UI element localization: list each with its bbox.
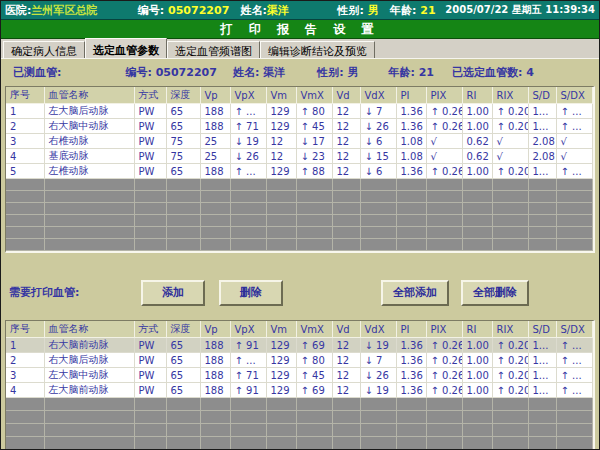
empty-cell bbox=[396, 215, 426, 227]
empty-cell bbox=[134, 437, 166, 450]
tab-vessel-parameters[interactable]: 选定血管参数 bbox=[85, 38, 167, 58]
table-cell: 1.00 bbox=[462, 368, 492, 383]
age-label: 年龄: bbox=[390, 3, 416, 18]
measured-vessels-table: 序号血管名称方式深度VpVpXVmVmXVdVdXPIPIXRIRIXS/DS/… bbox=[6, 87, 593, 251]
table-cell: ↑ ... bbox=[230, 104, 266, 119]
table-cell: PW bbox=[134, 104, 166, 119]
add-button[interactable]: 添加 bbox=[141, 280, 205, 306]
table-cell: 65 bbox=[166, 368, 200, 383]
empty-cell bbox=[360, 411, 396, 424]
table-cell: ↓ 6 bbox=[360, 164, 396, 179]
tab-edit-diagnosis-preview[interactable]: 编辑诊断结论及预览 bbox=[260, 41, 375, 58]
table-cell: ↑ 80 bbox=[296, 353, 332, 368]
table-cell: √ bbox=[556, 149, 592, 164]
column-header: Vm bbox=[266, 321, 296, 338]
empty-cell bbox=[44, 411, 134, 424]
empty-cell bbox=[296, 437, 332, 450]
tab-patient-info[interactable]: 确定病人信息 bbox=[3, 41, 85, 58]
table-row[interactable]: 3右椎动脉PW7525↓ 1912↓ 1712↓ 61.08√0.62√2.08… bbox=[6, 134, 592, 149]
table-row[interactable]: 4基底动脉PW7525↓ 2612↓ 2312↓ 151.08√0.62√2.0… bbox=[6, 149, 592, 164]
table-cell: 12 bbox=[266, 134, 296, 149]
empty-cell bbox=[426, 227, 462, 239]
column-header: RI bbox=[462, 321, 492, 338]
table-row[interactable]: 5左椎动脉PW65188↑ ...129↑ 8812↓ 61.36↑ 0.261… bbox=[6, 164, 592, 179]
table-cell: 12 bbox=[332, 134, 360, 149]
empty-cell bbox=[200, 203, 230, 215]
column-header: PIX bbox=[426, 321, 462, 338]
table-cell: 188 bbox=[200, 164, 230, 179]
table-cell: ↓ 26 bbox=[230, 149, 266, 164]
table-cell: 左大脑中动脉 bbox=[44, 368, 134, 383]
datetime-display: 2005/07/22 星期五 11:39:34 bbox=[445, 3, 595, 17]
table-cell: 左大脑后动脉 bbox=[44, 104, 134, 119]
table-cell: 1.00 bbox=[462, 119, 492, 134]
table-cell: ↑ 0.20 bbox=[492, 368, 528, 383]
empty-cell bbox=[200, 191, 230, 203]
delete-button[interactable]: 删除 bbox=[219, 280, 283, 306]
table-cell: 65 bbox=[166, 104, 200, 119]
empty-cell bbox=[332, 191, 360, 203]
add-all-button[interactable]: 全部添加 bbox=[381, 280, 449, 306]
empty-cell bbox=[528, 437, 556, 450]
empty-cell bbox=[528, 239, 556, 251]
table-cell: PW bbox=[134, 119, 166, 134]
empty-cell bbox=[230, 191, 266, 203]
table-cell: ↑ ... bbox=[556, 338, 592, 353]
table-row[interactable]: 4左大脑前动脉PW65188↑ 91129↑ 6912↓ 191.36↑ 0.2… bbox=[6, 383, 592, 398]
empty-cell bbox=[166, 191, 200, 203]
empty-cell bbox=[134, 203, 166, 215]
table-cell: 2 bbox=[6, 119, 44, 134]
table-row[interactable]: 1左大脑后动脉PW65188↑ ...129↑ 8012↓ 71.36↑ 0.2… bbox=[6, 104, 592, 119]
table-cell: 1.00 bbox=[462, 164, 492, 179]
patient-id-label: 编号: bbox=[138, 3, 164, 18]
print-actions-row: 需要打印血管: 添加 删除 全部添加 全部删除 bbox=[1, 269, 599, 316]
print-vessels-table: 序号血管名称方式深度VpVpXVmVmXVdVdXPIPIXRIRIXS/DS/… bbox=[6, 321, 593, 450]
table-cell: ↑ 45 bbox=[296, 119, 332, 134]
measured-id-value: 05072207 bbox=[156, 66, 217, 79]
empty-cell bbox=[44, 239, 134, 251]
table-row[interactable]: 3左大脑中动脉PW65188↑ 71129↑ 4512↓ 261.36↑ 0.2… bbox=[6, 368, 592, 383]
empty-cell bbox=[166, 215, 200, 227]
empty-table-row bbox=[6, 239, 592, 251]
table-cell: ↑ 0.26 bbox=[426, 338, 462, 353]
table-row[interactable]: 1右大脑前动脉PW65188↑ 91129↑ 6912↓ 191.36↑ 0.2… bbox=[6, 338, 592, 353]
delete-all-button[interactable]: 全部删除 bbox=[461, 280, 529, 306]
table-cell: ↑ 71 bbox=[230, 119, 266, 134]
table-cell: ↑ ... bbox=[230, 353, 266, 368]
empty-cell bbox=[556, 398, 592, 411]
empty-cell bbox=[230, 411, 266, 424]
column-header: VpX bbox=[230, 87, 266, 104]
empty-cell bbox=[332, 179, 360, 191]
table-row[interactable]: 2右大脑后动脉PW65188↑ ...129↑ 8012↓ 71.36↑ 0.2… bbox=[6, 353, 592, 368]
empty-cell bbox=[462, 437, 492, 450]
patient-name-label: 姓名: bbox=[241, 3, 267, 18]
table-cell: 65 bbox=[166, 353, 200, 368]
empty-cell bbox=[200, 398, 230, 411]
empty-cell bbox=[426, 215, 462, 227]
empty-cell bbox=[266, 227, 296, 239]
tab-content: 已测血管: 编号: 05072207 姓名: 渠洋 性别: 男 年龄: 21 已… bbox=[1, 59, 599, 450]
table-cell: 1.08 bbox=[396, 149, 426, 164]
empty-cell bbox=[426, 411, 462, 424]
column-header: S/DX bbox=[556, 87, 592, 104]
column-header: 深度 bbox=[166, 87, 200, 104]
table-cell: 1... bbox=[528, 353, 556, 368]
empty-cell bbox=[296, 398, 332, 411]
column-header: RIX bbox=[492, 321, 528, 338]
empty-cell bbox=[426, 424, 462, 437]
table-cell: ↓ 26 bbox=[360, 119, 396, 134]
empty-cell bbox=[332, 411, 360, 424]
empty-cell bbox=[462, 239, 492, 251]
table-cell: PW bbox=[134, 368, 166, 383]
table-cell: 0.62 bbox=[462, 134, 492, 149]
table-cell: 129 bbox=[266, 353, 296, 368]
empty-cell bbox=[200, 227, 230, 239]
table-cell: 129 bbox=[266, 368, 296, 383]
column-header: VmX bbox=[296, 321, 332, 338]
table-cell: 188 bbox=[200, 104, 230, 119]
empty-cell bbox=[426, 437, 462, 450]
table-row[interactable]: 2右大脑中动脉PW65188↑ 71129↑ 4512↓ 261.36↑ 0.2… bbox=[6, 119, 592, 134]
empty-cell bbox=[528, 398, 556, 411]
gender-label: 性别: bbox=[338, 3, 364, 18]
tab-vessel-spectrum[interactable]: 选定血管频谱图 bbox=[167, 41, 260, 58]
